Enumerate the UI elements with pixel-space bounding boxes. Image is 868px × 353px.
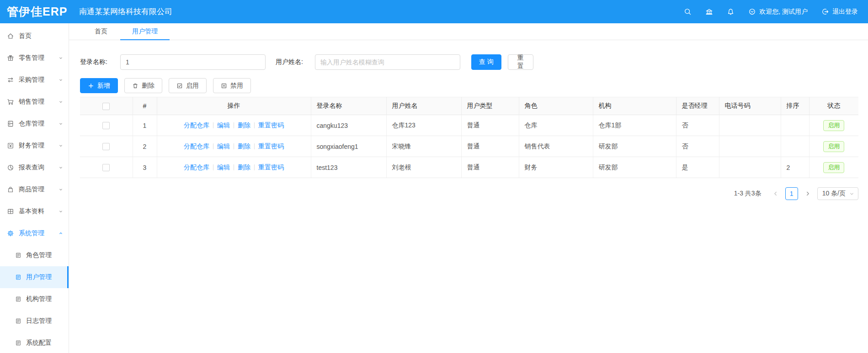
row-checkbox[interactable] xyxy=(102,143,110,150)
cell-name: 仓库123 xyxy=(386,115,461,136)
cell-phone xyxy=(719,157,781,178)
sidebar-item-purchase[interactable]: 采购管理 xyxy=(0,69,69,91)
select-all-checkbox[interactable] xyxy=(102,103,110,110)
tab-user-mgmt[interactable]: 用户管理 xyxy=(127,23,163,40)
login-name-input[interactable] xyxy=(120,54,266,70)
pagination: 1-3 共3条 1 10 条/页 xyxy=(80,187,858,200)
disable-button[interactable]: 禁用 xyxy=(213,78,251,93)
page-number-button[interactable]: 1 xyxy=(785,187,798,200)
user-dropdown-icon xyxy=(748,8,756,16)
sidebar-item-sales[interactable]: 销售管理 xyxy=(0,91,69,113)
row-checkbox[interactable] xyxy=(102,164,110,171)
sidebar-item-label: 角色管理 xyxy=(26,251,52,259)
grid-icon xyxy=(7,208,14,215)
cell-login: songxiaofeng1 xyxy=(311,136,386,157)
assign-warehouse-link[interactable]: 分配仓库 xyxy=(180,163,213,172)
sidebar-item-label: 机构管理 xyxy=(26,295,52,303)
main-area: 首页 用户管理 登录名称: 用户姓名: 查 询 重 置 新增 xyxy=(69,23,868,353)
sidebar-item-finance[interactable]: 财务管理 xyxy=(0,135,69,157)
sidebar-item-label: 零售管理 xyxy=(19,54,44,62)
col-login-name: 登录名称 xyxy=(311,97,386,115)
sidebar-item-user-mgmt[interactable]: 用户管理 xyxy=(0,266,69,288)
chevron-down-icon xyxy=(58,121,64,126)
col-status: 状态 xyxy=(809,97,858,115)
next-page-button[interactable] xyxy=(802,188,814,200)
chevron-down-icon xyxy=(58,55,64,61)
app-window: 管伊佳ERP 南通某某网络科技有限公司 欢迎您, 测试用户 xyxy=(0,0,868,353)
bank-icon[interactable] xyxy=(705,8,713,16)
search-icon[interactable] xyxy=(684,8,692,16)
delete-link[interactable]: 删除 xyxy=(234,142,254,151)
content: 登录名称: 用户姓名: 查 询 重 置 新增 删除 启用 xyxy=(69,54,868,200)
doc-icon xyxy=(15,318,21,324)
sidebar-item-warehouse[interactable]: 仓库管理 xyxy=(0,113,69,135)
query-button[interactable]: 查 询 xyxy=(471,54,501,70)
cell-role: 销售代表 xyxy=(519,136,593,157)
prev-page-button[interactable] xyxy=(770,188,782,200)
delete-link[interactable]: 删除 xyxy=(234,163,254,172)
user-name-input[interactable] xyxy=(315,54,460,70)
sidebar-item-home[interactable]: 首页 xyxy=(0,25,69,47)
cell-org: 仓库1部 xyxy=(593,115,676,136)
edit-link[interactable]: 编辑 xyxy=(213,142,234,151)
col-user-type: 用户类型 xyxy=(461,97,519,115)
assign-warehouse-link[interactable]: 分配仓库 xyxy=(180,121,213,130)
cell-sort xyxy=(781,136,809,157)
app-logo: 管伊佳ERP xyxy=(0,4,69,19)
reset-password-link[interactable]: 重置密码 xyxy=(255,121,288,130)
chevron-up-icon xyxy=(58,231,64,236)
cell-role: 财务 xyxy=(519,157,593,178)
swap-arrows-icon xyxy=(7,76,14,84)
cell-name: 刘老根 xyxy=(386,157,461,178)
search-form: 登录名称: 用户姓名: 查 询 重 置 xyxy=(80,54,858,70)
cell-login: test123 xyxy=(311,157,386,178)
logout-button[interactable]: 退出登录 xyxy=(821,8,858,16)
caret-down-icon xyxy=(849,191,854,196)
sidebar-item-basic-data[interactable]: 基本资料 xyxy=(0,200,69,222)
bell-icon[interactable] xyxy=(727,8,735,16)
sidebar-item-label: 报表查询 xyxy=(19,163,44,172)
assign-warehouse-link[interactable]: 分配仓库 xyxy=(180,142,213,151)
sidebar-item-retail[interactable]: 零售管理 xyxy=(0,47,69,69)
edit-link[interactable]: 编辑 xyxy=(213,121,234,130)
row-index: 2 xyxy=(133,136,157,157)
logout-text: 退出登录 xyxy=(832,8,858,16)
sidebar-item-system-config[interactable]: 系统配置 xyxy=(0,332,69,353)
edit-link[interactable]: 编辑 xyxy=(213,163,234,172)
x-square-icon xyxy=(221,83,227,89)
doc-icon xyxy=(15,340,21,346)
welcome-text: 欢迎您, 测试用户 xyxy=(759,8,808,16)
cell-phone xyxy=(719,136,781,157)
sidebar-item-system[interactable]: 系统管理 xyxy=(0,222,69,244)
delete-link[interactable]: 删除 xyxy=(234,121,254,130)
reset-password-link[interactable]: 重置密码 xyxy=(255,142,288,151)
reset-button[interactable]: 重 置 xyxy=(508,54,533,70)
sidebar-item-goods[interactable]: 商品管理 xyxy=(0,179,69,200)
delete-button[interactable]: 删除 xyxy=(124,78,162,93)
sidebar-item-reports[interactable]: 报表查询 xyxy=(0,157,69,179)
row-index: 3 xyxy=(133,157,157,178)
page-size-select[interactable]: 10 条/页 xyxy=(817,187,858,200)
cell-manager: 是 xyxy=(676,157,719,178)
tab-home[interactable]: 首页 xyxy=(89,23,113,40)
row-checkbox[interactable] xyxy=(102,122,110,129)
cell-manager: 否 xyxy=(676,136,719,157)
chevron-down-icon xyxy=(58,209,64,214)
sidebar-item-org-mgmt[interactable]: 机构管理 xyxy=(0,288,69,310)
sidebar-item-label: 商品管理 xyxy=(19,185,44,194)
bag-icon xyxy=(7,186,14,193)
enable-button[interactable]: 启用 xyxy=(169,78,207,93)
chevron-left-icon xyxy=(772,190,779,197)
add-button[interactable]: 新增 xyxy=(80,78,118,93)
trash-icon xyxy=(132,83,138,89)
sidebar-item-label: 首页 xyxy=(19,32,32,40)
user-menu[interactable]: 欢迎您, 测试用户 xyxy=(748,8,808,16)
sidebar: 首页 零售管理 采购管理 销售管理 仓库管理 财务管理 xyxy=(0,23,69,353)
sidebar-item-label: 日志管理 xyxy=(26,317,52,325)
tabbar: 首页 用户管理 xyxy=(69,23,868,40)
sidebar-item-log-mgmt[interactable]: 日志管理 xyxy=(0,310,69,332)
sidebar-item-role-mgmt[interactable]: 角色管理 xyxy=(0,244,69,266)
cell-login: cangku123 xyxy=(311,115,386,136)
table-header-row: # 操作 登录名称 用户姓名 用户类型 角色 机构 是否经理 电话号码 排序 状… xyxy=(80,97,858,115)
reset-password-link[interactable]: 重置密码 xyxy=(255,163,288,172)
